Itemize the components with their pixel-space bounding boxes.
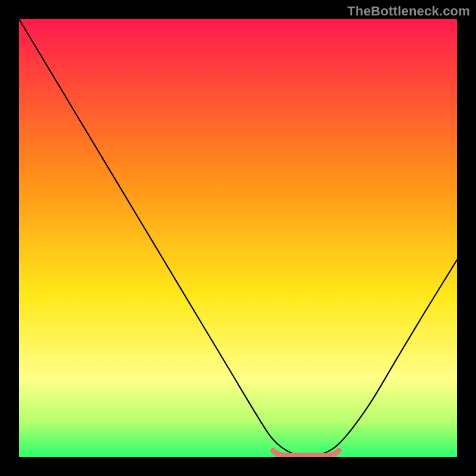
mismatch-curve: [19, 19, 457, 455]
chart-area: [19, 19, 457, 457]
curve-layer: [19, 19, 457, 457]
attribution-label: TheBottleneck.com: [347, 4, 470, 19]
